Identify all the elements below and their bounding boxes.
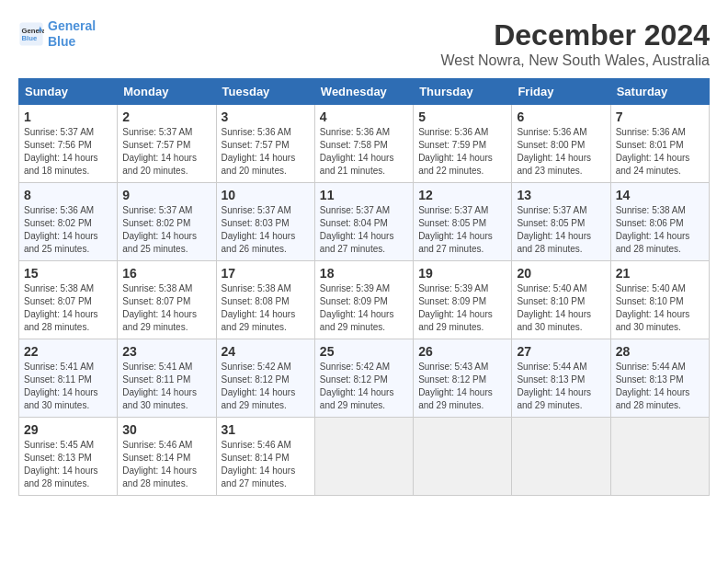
weekday-header-thursday: Thursday [414,79,512,105]
calendar-cell: 1 Sunrise: 5:37 AM Sunset: 7:56 PM Dayli… [19,105,118,183]
day-number: 25 [320,344,408,359]
week-row-2: 8 Sunrise: 5:36 AM Sunset: 8:02 PM Dayli… [19,183,710,261]
calendar-body: 1 Sunrise: 5:37 AM Sunset: 7:56 PM Dayli… [19,105,710,496]
day-info: Sunrise: 5:46 AM Sunset: 8:14 PM Dayligh… [122,439,210,490]
day-info: Sunrise: 5:36 AM Sunset: 8:00 PM Dayligh… [517,126,605,178]
day-info: Sunrise: 5:37 AM Sunset: 8:02 PM Dayligh… [122,204,210,256]
calendar-cell: 27 Sunrise: 5:44 AM Sunset: 8:13 PM Dayl… [512,339,610,418]
day-info: Sunrise: 5:39 AM Sunset: 8:09 PM Dayligh… [320,282,408,334]
calendar-cell [314,418,413,496]
day-info: Sunrise: 5:41 AM Sunset: 8:11 PM Dayligh… [24,361,112,412]
day-number: 8 [24,188,112,202]
weekday-header-sunday: Sunday [19,79,118,105]
day-number: 11 [320,188,408,202]
day-info: Sunrise: 5:43 AM Sunset: 8:12 PM Dayligh… [418,361,506,412]
week-row-5: 29 Sunrise: 5:45 AM Sunset: 8:13 PM Dayl… [19,418,710,496]
calendar-cell: 14 Sunrise: 5:38 AM Sunset: 8:06 PM Dayl… [610,183,709,261]
day-number: 13 [517,188,605,202]
day-info: Sunrise: 5:37 AM Sunset: 8:05 PM Dayligh… [418,204,506,256]
calendar-cell: 2 Sunrise: 5:37 AM Sunset: 7:57 PM Dayli… [118,105,216,183]
weekday-header-monday: Monday [118,79,216,105]
day-info: Sunrise: 5:41 AM Sunset: 8:11 PM Dayligh… [122,361,210,412]
calendar-cell: 3 Sunrise: 5:36 AM Sunset: 7:57 PM Dayli… [216,105,314,183]
day-info: Sunrise: 5:37 AM Sunset: 8:03 PM Dayligh… [222,204,310,256]
calendar-cell [610,418,709,496]
day-number: 3 [222,109,310,124]
calendar-cell: 12 Sunrise: 5:37 AM Sunset: 8:05 PM Dayl… [414,183,512,261]
calendar-cell: 25 Sunrise: 5:42 AM Sunset: 8:12 PM Dayl… [314,339,413,418]
day-info: Sunrise: 5:44 AM Sunset: 8:13 PM Dayligh… [616,361,704,412]
location-title: West Nowra, New South Wales, Australia [440,52,710,69]
calendar-cell: 28 Sunrise: 5:44 AM Sunset: 8:13 PM Dayl… [610,339,709,418]
day-number: 6 [517,109,605,124]
day-number: 23 [122,344,210,359]
day-info: Sunrise: 5:36 AM Sunset: 7:57 PM Dayligh… [222,126,310,178]
day-number: 19 [418,266,506,281]
day-info: Sunrise: 5:38 AM Sunset: 8:07 PM Dayligh… [24,282,112,334]
calendar-cell: 21 Sunrise: 5:40 AM Sunset: 8:10 PM Dayl… [610,261,709,339]
day-number: 12 [418,188,506,202]
month-title: December 2024 [440,18,710,52]
day-info: Sunrise: 5:38 AM Sunset: 8:06 PM Dayligh… [616,204,704,256]
day-info: Sunrise: 5:38 AM Sunset: 8:08 PM Dayligh… [222,282,310,334]
day-number: 14 [616,188,704,202]
day-info: Sunrise: 5:46 AM Sunset: 8:14 PM Dayligh… [222,439,310,490]
weekday-header-friday: Friday [512,79,610,105]
weekday-header-row: SundayMondayTuesdayWednesdayThursdayFrid… [19,79,710,105]
day-info: Sunrise: 5:37 AM Sunset: 7:56 PM Dayligh… [24,126,112,178]
day-number: 1 [24,109,112,124]
weekday-header-tuesday: Tuesday [216,79,314,105]
day-number: 9 [122,188,210,202]
day-info: Sunrise: 5:36 AM Sunset: 7:59 PM Dayligh… [418,126,506,178]
day-info: Sunrise: 5:40 AM Sunset: 8:10 PM Dayligh… [616,282,704,334]
calendar-cell: 20 Sunrise: 5:40 AM Sunset: 8:10 PM Dayl… [512,261,610,339]
calendar-cell: 17 Sunrise: 5:38 AM Sunset: 8:08 PM Dayl… [216,261,314,339]
calendar-cell: 8 Sunrise: 5:36 AM Sunset: 8:02 PM Dayli… [19,183,118,261]
day-info: Sunrise: 5:44 AM Sunset: 8:13 PM Dayligh… [517,361,605,412]
day-number: 28 [616,344,704,359]
calendar-cell: 7 Sunrise: 5:36 AM Sunset: 8:01 PM Dayli… [610,105,709,183]
day-info: Sunrise: 5:36 AM Sunset: 8:02 PM Dayligh… [24,204,112,256]
weekday-header-wednesday: Wednesday [314,79,413,105]
day-info: Sunrise: 5:42 AM Sunset: 8:12 PM Dayligh… [222,361,310,412]
day-info: Sunrise: 5:36 AM Sunset: 8:01 PM Dayligh… [616,126,704,178]
calendar-cell: 16 Sunrise: 5:38 AM Sunset: 8:07 PM Dayl… [118,261,216,339]
calendar-cell: 18 Sunrise: 5:39 AM Sunset: 8:09 PM Dayl… [314,261,413,339]
logo-text-line2: Blue [48,34,96,50]
day-number: 10 [222,188,310,202]
calendar-cell: 9 Sunrise: 5:37 AM Sunset: 8:02 PM Dayli… [118,183,216,261]
day-info: Sunrise: 5:40 AM Sunset: 8:10 PM Dayligh… [517,282,605,334]
calendar-cell [414,418,512,496]
day-number: 15 [24,266,112,281]
day-info: Sunrise: 5:37 AM Sunset: 8:05 PM Dayligh… [517,204,605,256]
day-number: 2 [122,109,210,124]
week-row-4: 22 Sunrise: 5:41 AM Sunset: 8:11 PM Dayl… [19,339,710,418]
day-info: Sunrise: 5:39 AM Sunset: 8:09 PM Dayligh… [418,282,506,334]
logo: General Blue General Blue [18,18,96,50]
calendar-cell: 10 Sunrise: 5:37 AM Sunset: 8:03 PM Dayl… [216,183,314,261]
calendar-table: SundayMondayTuesdayWednesdayThursdayFrid… [18,78,710,496]
day-info: Sunrise: 5:42 AM Sunset: 8:12 PM Dayligh… [320,361,408,412]
calendar-cell: 29 Sunrise: 5:45 AM Sunset: 8:13 PM Dayl… [19,418,118,496]
day-number: 21 [616,266,704,281]
day-info: Sunrise: 5:45 AM Sunset: 8:13 PM Dayligh… [24,439,112,490]
day-info: Sunrise: 5:36 AM Sunset: 7:58 PM Dayligh… [320,126,408,178]
calendar-cell: 6 Sunrise: 5:36 AM Sunset: 8:00 PM Dayli… [512,105,610,183]
calendar-cell [512,418,610,496]
day-info: Sunrise: 5:37 AM Sunset: 7:57 PM Dayligh… [122,126,210,178]
day-number: 7 [616,109,704,124]
day-number: 31 [222,422,310,437]
week-row-1: 1 Sunrise: 5:37 AM Sunset: 7:56 PM Dayli… [19,105,710,183]
day-info: Sunrise: 5:38 AM Sunset: 8:07 PM Dayligh… [122,282,210,334]
weekday-header-saturday: Saturday [610,79,709,105]
svg-text:Blue: Blue [22,34,38,42]
calendar-cell: 30 Sunrise: 5:46 AM Sunset: 8:14 PM Dayl… [118,418,216,496]
day-number: 5 [418,109,506,124]
day-number: 20 [517,266,605,281]
calendar-cell: 5 Sunrise: 5:36 AM Sunset: 7:59 PM Dayli… [414,105,512,183]
calendar-cell: 31 Sunrise: 5:46 AM Sunset: 8:14 PM Dayl… [216,418,314,496]
calendar-cell: 19 Sunrise: 5:39 AM Sunset: 8:09 PM Dayl… [414,261,512,339]
day-number: 22 [24,344,112,359]
week-row-3: 15 Sunrise: 5:38 AM Sunset: 8:07 PM Dayl… [19,261,710,339]
calendar-cell: 13 Sunrise: 5:37 AM Sunset: 8:05 PM Dayl… [512,183,610,261]
